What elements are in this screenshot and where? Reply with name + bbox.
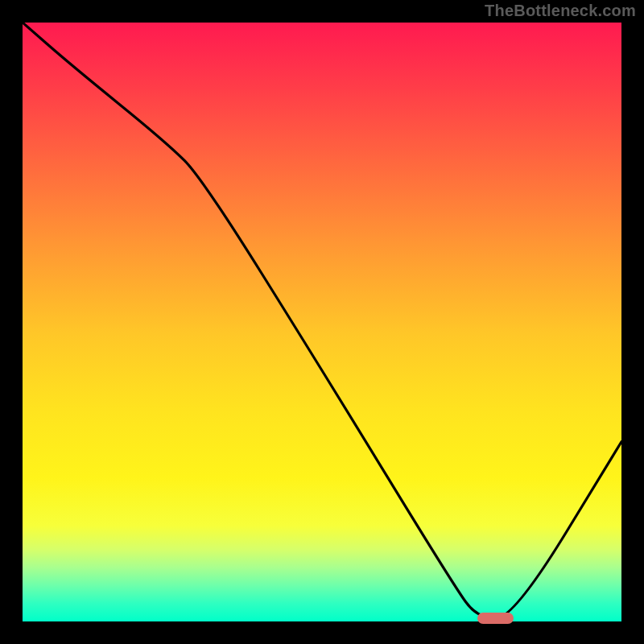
watermark-text: TheBottleneck.com	[485, 2, 636, 20]
curve-path	[23, 23, 621, 618]
bottleneck-curve	[23, 23, 621, 621]
optimal-range-marker	[477, 613, 514, 624]
plot-area	[23, 23, 621, 621]
chart-frame: TheBottleneck.com	[0, 0, 644, 644]
